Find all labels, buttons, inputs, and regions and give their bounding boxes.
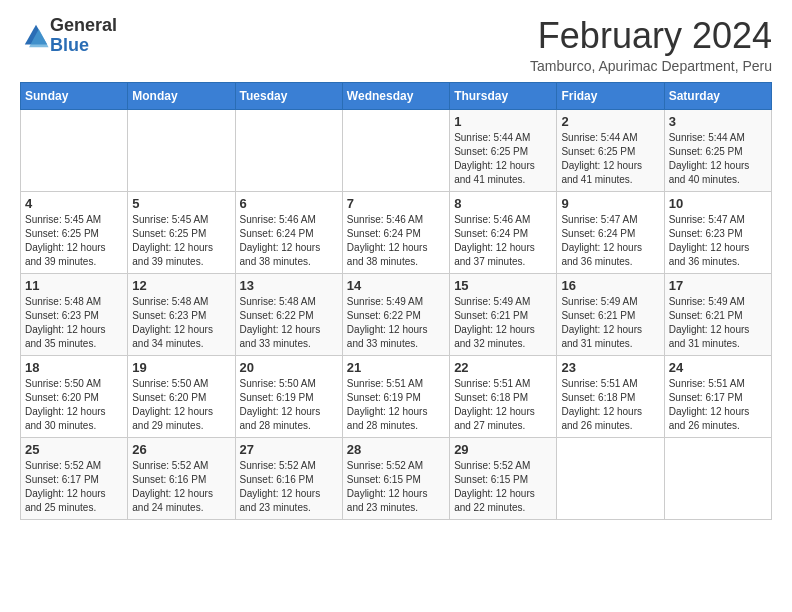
calendar-cell: 20Sunrise: 5:50 AMSunset: 6:19 PMDayligh…: [235, 355, 342, 437]
day-info: Sunrise: 5:49 AMSunset: 6:22 PMDaylight:…: [347, 295, 445, 351]
day-number: 12: [132, 278, 230, 293]
header-friday: Friday: [557, 82, 664, 109]
calendar-cell: 6Sunrise: 5:46 AMSunset: 6:24 PMDaylight…: [235, 191, 342, 273]
day-info: Sunrise: 5:44 AMSunset: 6:25 PMDaylight:…: [561, 131, 659, 187]
day-number: 27: [240, 442, 338, 457]
day-number: 3: [669, 114, 767, 129]
calendar-cell: 14Sunrise: 5:49 AMSunset: 6:22 PMDayligh…: [342, 273, 449, 355]
day-info: Sunrise: 5:52 AMSunset: 6:16 PMDaylight:…: [132, 459, 230, 515]
day-info: Sunrise: 5:48 AMSunset: 6:23 PMDaylight:…: [25, 295, 123, 351]
day-number: 2: [561, 114, 659, 129]
title-block: February 2024 Tamburco, Apurimac Departm…: [530, 16, 772, 74]
calendar-cell: [664, 437, 771, 519]
week-row-3: 11Sunrise: 5:48 AMSunset: 6:23 PMDayligh…: [21, 273, 772, 355]
calendar-cell: 10Sunrise: 5:47 AMSunset: 6:23 PMDayligh…: [664, 191, 771, 273]
calendar-cell: 8Sunrise: 5:46 AMSunset: 6:24 PMDaylight…: [450, 191, 557, 273]
calendar-cell: 15Sunrise: 5:49 AMSunset: 6:21 PMDayligh…: [450, 273, 557, 355]
day-info: Sunrise: 5:48 AMSunset: 6:23 PMDaylight:…: [132, 295, 230, 351]
calendar-cell: 12Sunrise: 5:48 AMSunset: 6:23 PMDayligh…: [128, 273, 235, 355]
day-number: 18: [25, 360, 123, 375]
day-info: Sunrise: 5:46 AMSunset: 6:24 PMDaylight:…: [454, 213, 552, 269]
logo-general: General: [50, 15, 117, 35]
day-info: Sunrise: 5:51 AMSunset: 6:17 PMDaylight:…: [669, 377, 767, 433]
calendar-cell: 13Sunrise: 5:48 AMSunset: 6:22 PMDayligh…: [235, 273, 342, 355]
calendar-cell: 25Sunrise: 5:52 AMSunset: 6:17 PMDayligh…: [21, 437, 128, 519]
calendar-cell: 2Sunrise: 5:44 AMSunset: 6:25 PMDaylight…: [557, 109, 664, 191]
calendar-cell: 29Sunrise: 5:52 AMSunset: 6:15 PMDayligh…: [450, 437, 557, 519]
day-info: Sunrise: 5:52 AMSunset: 6:17 PMDaylight:…: [25, 459, 123, 515]
calendar-cell: 21Sunrise: 5:51 AMSunset: 6:19 PMDayligh…: [342, 355, 449, 437]
calendar-cell: 24Sunrise: 5:51 AMSunset: 6:17 PMDayligh…: [664, 355, 771, 437]
location: Tamburco, Apurimac Department, Peru: [530, 58, 772, 74]
day-number: 9: [561, 196, 659, 211]
day-number: 10: [669, 196, 767, 211]
calendar-cell: 9Sunrise: 5:47 AMSunset: 6:24 PMDaylight…: [557, 191, 664, 273]
day-info: Sunrise: 5:45 AMSunset: 6:25 PMDaylight:…: [25, 213, 123, 269]
month-title: February 2024: [530, 16, 772, 56]
day-info: Sunrise: 5:49 AMSunset: 6:21 PMDaylight:…: [454, 295, 552, 351]
calendar-cell: 18Sunrise: 5:50 AMSunset: 6:20 PMDayligh…: [21, 355, 128, 437]
calendar-cell: 7Sunrise: 5:46 AMSunset: 6:24 PMDaylight…: [342, 191, 449, 273]
header-thursday: Thursday: [450, 82, 557, 109]
day-info: Sunrise: 5:51 AMSunset: 6:18 PMDaylight:…: [561, 377, 659, 433]
day-info: Sunrise: 5:44 AMSunset: 6:25 PMDaylight:…: [669, 131, 767, 187]
day-number: 25: [25, 442, 123, 457]
day-number: 16: [561, 278, 659, 293]
day-info: Sunrise: 5:50 AMSunset: 6:20 PMDaylight:…: [25, 377, 123, 433]
week-row-4: 18Sunrise: 5:50 AMSunset: 6:20 PMDayligh…: [21, 355, 772, 437]
header-wednesday: Wednesday: [342, 82, 449, 109]
week-row-2: 4Sunrise: 5:45 AMSunset: 6:25 PMDaylight…: [21, 191, 772, 273]
day-number: 22: [454, 360, 552, 375]
day-number: 24: [669, 360, 767, 375]
day-info: Sunrise: 5:49 AMSunset: 6:21 PMDaylight:…: [669, 295, 767, 351]
calendar-cell: 26Sunrise: 5:52 AMSunset: 6:16 PMDayligh…: [128, 437, 235, 519]
day-number: 6: [240, 196, 338, 211]
header-row: SundayMondayTuesdayWednesdayThursdayFrid…: [21, 82, 772, 109]
day-number: 5: [132, 196, 230, 211]
day-info: Sunrise: 5:50 AMSunset: 6:19 PMDaylight:…: [240, 377, 338, 433]
day-number: 13: [240, 278, 338, 293]
calendar-cell: 3Sunrise: 5:44 AMSunset: 6:25 PMDaylight…: [664, 109, 771, 191]
header-monday: Monday: [128, 82, 235, 109]
calendar-cell: 22Sunrise: 5:51 AMSunset: 6:18 PMDayligh…: [450, 355, 557, 437]
day-number: 20: [240, 360, 338, 375]
day-info: Sunrise: 5:49 AMSunset: 6:21 PMDaylight:…: [561, 295, 659, 351]
week-row-1: 1Sunrise: 5:44 AMSunset: 6:25 PMDaylight…: [21, 109, 772, 191]
page-header: General Blue February 2024 Tamburco, Apu…: [20, 16, 772, 74]
day-info: Sunrise: 5:47 AMSunset: 6:24 PMDaylight:…: [561, 213, 659, 269]
logo: General Blue: [20, 16, 117, 56]
calendar-cell: 19Sunrise: 5:50 AMSunset: 6:20 PMDayligh…: [128, 355, 235, 437]
day-info: Sunrise: 5:52 AMSunset: 6:16 PMDaylight:…: [240, 459, 338, 515]
day-number: 4: [25, 196, 123, 211]
calendar-cell: 17Sunrise: 5:49 AMSunset: 6:21 PMDayligh…: [664, 273, 771, 355]
day-info: Sunrise: 5:45 AMSunset: 6:25 PMDaylight:…: [132, 213, 230, 269]
day-number: 7: [347, 196, 445, 211]
day-number: 17: [669, 278, 767, 293]
day-number: 11: [25, 278, 123, 293]
day-info: Sunrise: 5:44 AMSunset: 6:25 PMDaylight:…: [454, 131, 552, 187]
day-number: 14: [347, 278, 445, 293]
day-info: Sunrise: 5:46 AMSunset: 6:24 PMDaylight:…: [240, 213, 338, 269]
calendar-cell: 11Sunrise: 5:48 AMSunset: 6:23 PMDayligh…: [21, 273, 128, 355]
day-info: Sunrise: 5:50 AMSunset: 6:20 PMDaylight:…: [132, 377, 230, 433]
day-info: Sunrise: 5:51 AMSunset: 6:18 PMDaylight:…: [454, 377, 552, 433]
header-tuesday: Tuesday: [235, 82, 342, 109]
day-info: Sunrise: 5:47 AMSunset: 6:23 PMDaylight:…: [669, 213, 767, 269]
week-row-5: 25Sunrise: 5:52 AMSunset: 6:17 PMDayligh…: [21, 437, 772, 519]
day-number: 21: [347, 360, 445, 375]
calendar-cell: 28Sunrise: 5:52 AMSunset: 6:15 PMDayligh…: [342, 437, 449, 519]
calendar-cell: [557, 437, 664, 519]
day-info: Sunrise: 5:51 AMSunset: 6:19 PMDaylight:…: [347, 377, 445, 433]
day-number: 8: [454, 196, 552, 211]
calendar-cell: 16Sunrise: 5:49 AMSunset: 6:21 PMDayligh…: [557, 273, 664, 355]
day-number: 15: [454, 278, 552, 293]
day-number: 29: [454, 442, 552, 457]
calendar-cell: 4Sunrise: 5:45 AMSunset: 6:25 PMDaylight…: [21, 191, 128, 273]
day-info: Sunrise: 5:52 AMSunset: 6:15 PMDaylight:…: [347, 459, 445, 515]
calendar-cell: 1Sunrise: 5:44 AMSunset: 6:25 PMDaylight…: [450, 109, 557, 191]
day-number: 23: [561, 360, 659, 375]
calendar-cell: 23Sunrise: 5:51 AMSunset: 6:18 PMDayligh…: [557, 355, 664, 437]
header-saturday: Saturday: [664, 82, 771, 109]
calendar-cell: 27Sunrise: 5:52 AMSunset: 6:16 PMDayligh…: [235, 437, 342, 519]
header-sunday: Sunday: [21, 82, 128, 109]
